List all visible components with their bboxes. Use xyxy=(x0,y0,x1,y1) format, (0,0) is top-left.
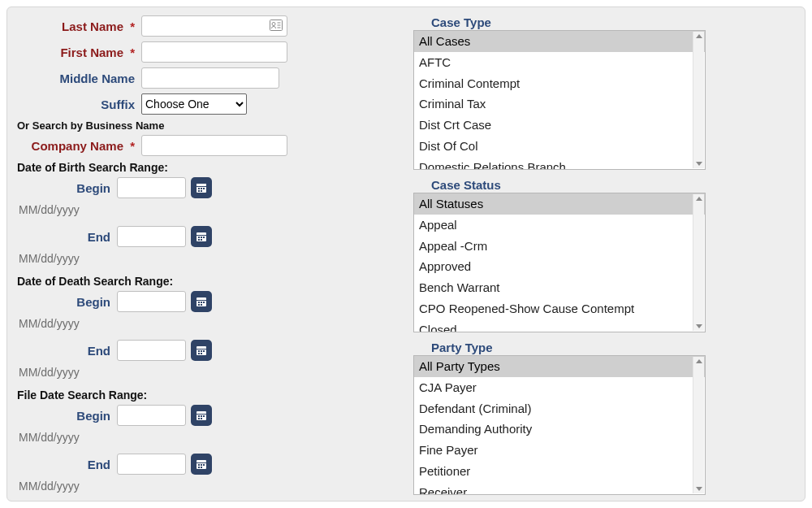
scroll-down-icon xyxy=(696,487,702,491)
right-column: Case Type All CasesAFTCCriminal Contempt… xyxy=(413,15,795,493)
list-item[interactable]: All Cases xyxy=(414,31,705,52)
svg-rect-8 xyxy=(198,188,200,189)
first-name-input[interactable] xyxy=(141,41,287,63)
row-company-name: Company Name * xyxy=(15,135,397,156)
svg-rect-16 xyxy=(201,237,202,238)
required-asterisk: * xyxy=(127,20,135,33)
row-middle-name: Middle Name xyxy=(15,67,397,89)
svg-rect-9 xyxy=(201,188,202,189)
row-first-name: First Name * xyxy=(15,41,397,63)
list-item[interactable]: Bench Warrant xyxy=(414,277,705,298)
required-asterisk: * xyxy=(127,46,135,59)
file-end-calendar-button[interactable] xyxy=(191,454,212,475)
calendar-icon xyxy=(196,345,207,356)
list-item[interactable]: Receiver xyxy=(414,482,705,496)
dod-begin-input[interactable] xyxy=(117,291,186,312)
svg-rect-10 xyxy=(203,188,205,189)
last-name-input-wrap xyxy=(141,15,287,37)
scrollbar[interactable] xyxy=(693,32,704,168)
case-type-title: Case Type xyxy=(431,15,795,29)
dod-begin-calendar-button[interactable] xyxy=(191,291,212,312)
svg-rect-30 xyxy=(201,350,202,352)
calendar-icon xyxy=(196,231,207,242)
svg-rect-45 xyxy=(203,464,205,466)
file-end-input[interactable] xyxy=(117,454,186,475)
svg-rect-29 xyxy=(198,350,200,352)
row-file-begin: Begin xyxy=(15,405,397,426)
svg-rect-43 xyxy=(198,464,200,466)
list-item[interactable]: Defendant (Criminal) xyxy=(414,398,705,419)
svg-rect-31 xyxy=(203,350,205,352)
list-item[interactable]: CPO Reopened-Show Cause Contempt xyxy=(414,298,705,319)
row-dob-end: End xyxy=(15,226,397,247)
svg-rect-15 xyxy=(198,237,200,238)
svg-rect-6 xyxy=(197,184,206,186)
label-dod-end: End xyxy=(15,344,117,358)
dob-end-calendar-button[interactable] xyxy=(191,226,212,247)
scrollbar[interactable] xyxy=(693,194,704,331)
list-item[interactable]: Dist Crt Case xyxy=(414,115,705,136)
svg-rect-38 xyxy=(203,415,205,417)
dod-heading: Date of Death Search Range: xyxy=(17,275,397,288)
dob-begin-input[interactable] xyxy=(117,177,186,198)
label-suffix: Suffix xyxy=(15,98,141,111)
svg-rect-19 xyxy=(201,239,202,241)
label-middle-name: Middle Name xyxy=(15,72,141,85)
file-begin-input[interactable] xyxy=(117,405,186,426)
dob-end-input[interactable] xyxy=(117,226,186,247)
dob-begin-calendar-button[interactable] xyxy=(191,177,212,198)
dod-begin-hint: MM/dd/yyyy xyxy=(19,317,397,330)
list-item[interactable]: Petitioner xyxy=(414,461,705,482)
or-search-by-business: Or Search by Business Name xyxy=(17,119,397,132)
list-item[interactable]: All Statuses xyxy=(414,193,705,215)
scrollbar[interactable] xyxy=(693,357,704,493)
list-item[interactable]: Dist Of Col xyxy=(414,136,705,157)
label-text-last-name: Last Name xyxy=(62,20,123,33)
list-item[interactable]: AFTC xyxy=(414,52,705,73)
label-dod-begin: Begin xyxy=(15,295,117,309)
svg-rect-26 xyxy=(201,304,202,306)
party-type-title: Party Type xyxy=(431,341,795,354)
list-item[interactable]: All Party Types xyxy=(414,356,705,377)
scroll-down-icon xyxy=(696,324,702,328)
party-type-listbox[interactable]: All Party TypesCJA PayerDefendant (Crimi… xyxy=(413,355,706,495)
last-name-input[interactable] xyxy=(141,15,287,37)
case-status-title: Case Status xyxy=(431,178,795,192)
list-item[interactable]: Approved xyxy=(414,256,705,277)
dob-heading: Date of Birth Search Range: xyxy=(17,161,397,174)
svg-rect-12 xyxy=(201,190,202,192)
svg-rect-11 xyxy=(198,190,200,192)
list-item[interactable]: Closed xyxy=(414,319,705,333)
svg-rect-39 xyxy=(198,418,200,419)
party-type-group: Party Type All Party TypesCJA PayerDefen… xyxy=(413,341,795,495)
case-status-listbox[interactable]: All StatusesAppealAppeal -CrmApprovedBen… xyxy=(413,193,706,332)
label-dob-begin: Begin xyxy=(15,181,117,195)
scroll-down-icon xyxy=(696,162,702,166)
list-item[interactable]: Domestic Relations Branch xyxy=(414,157,705,171)
company-name-input[interactable] xyxy=(141,135,287,156)
svg-rect-25 xyxy=(198,304,200,306)
calendar-icon xyxy=(196,182,207,193)
svg-rect-32 xyxy=(198,353,200,354)
svg-rect-37 xyxy=(201,415,202,417)
required-asterisk: * xyxy=(127,139,135,153)
row-dod-end: End xyxy=(15,340,397,361)
list-item[interactable]: Appeal xyxy=(414,215,705,236)
label-file-begin: Begin xyxy=(15,409,117,423)
list-item[interactable]: Appeal -Crm xyxy=(414,236,705,257)
file-begin-calendar-button[interactable] xyxy=(191,405,212,426)
list-item[interactable]: Demanding Authority xyxy=(414,419,705,440)
list-item[interactable]: Fine Payer xyxy=(414,440,705,461)
svg-rect-23 xyxy=(201,302,202,303)
label-company-name: Company Name * xyxy=(15,139,141,153)
middle-name-input[interactable] xyxy=(141,67,279,89)
list-item[interactable]: CJA Payer xyxy=(414,377,705,398)
svg-rect-22 xyxy=(198,302,200,303)
list-item[interactable]: Criminal Tax xyxy=(414,93,705,115)
suffix-select[interactable]: Choose One xyxy=(141,93,247,115)
dod-end-calendar-button[interactable] xyxy=(191,340,212,361)
row-suffix: Suffix Choose One xyxy=(15,93,397,115)
case-type-listbox[interactable]: All CasesAFTCCriminal ContemptCriminal T… xyxy=(413,30,706,170)
dod-end-input[interactable] xyxy=(117,340,186,361)
list-item[interactable]: Criminal Contempt xyxy=(414,73,705,94)
